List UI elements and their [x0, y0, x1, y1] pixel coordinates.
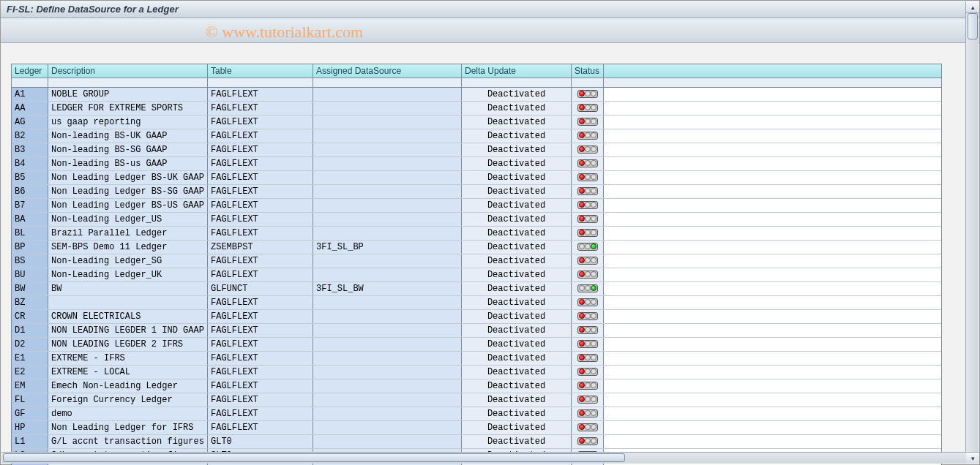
cell-datasource[interactable]	[313, 227, 462, 240]
cell-ledger[interactable]: AA	[12, 102, 48, 115]
col-header-delta[interactable]: Delta Update	[462, 64, 572, 78]
cell-table[interactable]: FAGLFLEXT	[208, 185, 313, 198]
cell-datasource[interactable]	[313, 366, 462, 379]
table-row[interactable]: BSNon-Leading Ledger_SGFAGLFLEXTDeactiva…	[12, 254, 941, 268]
cell-ledger[interactable]: EM	[12, 379, 48, 393]
cell-description[interactable]: SEM-BPS Demo 11 Ledger	[48, 241, 208, 254]
cell-table[interactable]: FAGLFLEXT	[208, 199, 313, 212]
cell-description[interactable]: us gaap reporting	[48, 116, 208, 129]
table-row[interactable]: BLBrazil Parallel LedgerFAGLFLEXTDeactiv…	[12, 227, 941, 241]
cell-table[interactable]: FAGLFLEXT	[208, 171, 313, 184]
cell-datasource[interactable]	[313, 393, 462, 407]
cell-datasource[interactable]	[313, 268, 462, 281]
cell-datasource[interactable]	[313, 338, 462, 351]
cell-table[interactable]: FAGLFLEXT	[208, 379, 313, 393]
cell-description[interactable]: Foreign Currency Ledger	[48, 393, 208, 407]
cell-datasource[interactable]	[313, 157, 462, 170]
cell-datasource[interactable]	[313, 213, 462, 226]
cell-ledger[interactable]: HP	[12, 421, 48, 434]
table-row[interactable]: GFdemoFAGLFLEXTDeactivated	[12, 407, 941, 421]
cell-datasource[interactable]	[313, 143, 462, 156]
cell-ledger[interactable]: B7	[12, 199, 48, 212]
table-row[interactable]: BPSEM-BPS Demo 11 LedgerZSEMBPST3FI_SL_B…	[12, 241, 941, 254]
cell-description[interactable]: demo	[48, 407, 208, 420]
cell-datasource[interactable]	[313, 171, 462, 184]
cell-datasource[interactable]	[313, 352, 462, 365]
cell-ledger[interactable]: AG	[12, 116, 48, 129]
table-row[interactable]: L1G/L accnt transaction figuresGLT0Deact…	[12, 435, 941, 449]
cell-datasource[interactable]	[313, 129, 462, 143]
cell-ledger[interactable]: B3	[12, 143, 48, 156]
cell-ledger[interactable]: L1	[12, 435, 48, 448]
cell-description[interactable]: G/L accnt transaction figures	[48, 435, 208, 448]
table-row[interactable]: BWBWGLFUNCT3FI_SL_BWDeactivated	[12, 282, 941, 296]
vertical-scroll-thumb[interactable]	[968, 13, 978, 39]
col-header-datasource[interactable]: Assigned DataSource	[313, 64, 462, 78]
table-row[interactable]: BANon-Leading Ledger_USFAGLFLEXTDeactiva…	[12, 213, 941, 227]
cell-description[interactable]: EXTREME - IFRS	[48, 352, 208, 365]
vertical-scrollbar[interactable]: ▴ ▾	[965, 1, 979, 464]
cell-description[interactable]: Non Leading Ledger BS-US GAAP	[48, 199, 208, 212]
table-row[interactable]: HPNon Leading Ledger for IFRSFAGLFLEXTDe…	[12, 421, 941, 435]
cell-table[interactable]: FAGLFLEXT	[208, 366, 313, 379]
cell-description[interactable]: Non-leading BS-us GAAP	[48, 157, 208, 170]
cell-table[interactable]: FAGLFLEXT	[208, 102, 313, 115]
cell-description[interactable]: Non-Leading Ledger_UK	[48, 268, 208, 281]
cell-table[interactable]: FAGLFLEXT	[208, 310, 313, 323]
cell-ledger[interactable]: B6	[12, 185, 48, 198]
cell-table[interactable]: FAGLFLEXT	[208, 324, 313, 337]
cell-table[interactable]: FAGLFLEXT	[208, 227, 313, 240]
table-row[interactable]: B2Non-leading BS-UK GAAPFAGLFLEXTDeactiv…	[12, 129, 941, 143]
col-header-description[interactable]: Description	[48, 64, 208, 78]
cell-datasource[interactable]: 3FI_SL_BW	[313, 282, 462, 295]
table-row[interactable]: A1NOBLE GROUPFAGLFLEXTDeactivated	[12, 88, 941, 102]
cell-table[interactable]: FAGLFLEXT	[208, 129, 313, 143]
cell-description[interactable]: NOBLE GROUP	[48, 88, 208, 101]
table-row[interactable]: D1NON LEADING LEGDER 1 IND GAAPFAGLFLEXT…	[12, 324, 941, 338]
cell-table[interactable]: FAGLFLEXT	[208, 296, 313, 309]
cell-ledger[interactable]: BA	[12, 213, 48, 226]
cell-datasource[interactable]	[313, 435, 462, 448]
cell-table[interactable]: GLFUNCT	[208, 282, 313, 295]
col-header-status[interactable]: Status	[572, 64, 604, 78]
cell-table[interactable]: FAGLFLEXT	[208, 254, 313, 268]
cell-datasource[interactable]: 3FI_SL_BP	[313, 241, 462, 254]
cell-table[interactable]: FAGLFLEXT	[208, 421, 313, 434]
table-row[interactable]: FLForeign Currency LedgerFAGLFLEXTDeacti…	[12, 393, 941, 407]
cell-datasource[interactable]	[313, 421, 462, 434]
cell-description[interactable]: Non-Leading Ledger_SG	[48, 254, 208, 268]
cell-description[interactable]: Non Leading Ledger for IFRS	[48, 421, 208, 434]
cell-datasource[interactable]	[313, 116, 462, 129]
table-row[interactable]: BZFAGLFLEXTDeactivated	[12, 296, 941, 310]
cell-table[interactable]: FAGLFLEXT	[208, 116, 313, 129]
cell-table[interactable]: FAGLFLEXT	[208, 157, 313, 170]
cell-ledger[interactable]: D1	[12, 324, 48, 337]
table-row[interactable]: B5Non Leading Ledger BS-UK GAAPFAGLFLEXT…	[12, 171, 941, 185]
cell-ledger[interactable]: FL	[12, 393, 48, 407]
cell-ledger[interactable]: B4	[12, 157, 48, 170]
cell-table[interactable]: FAGLFLEXT	[208, 268, 313, 281]
cell-datasource[interactable]	[313, 185, 462, 198]
cell-ledger[interactable]: D2	[12, 338, 48, 351]
cell-description[interactable]: NON LEADING LEGDER 1 IND GAAP	[48, 324, 208, 337]
cell-description[interactable]: Non-leading BS-SG GAAP	[48, 143, 208, 156]
cell-datasource[interactable]	[313, 379, 462, 393]
horizontal-scrollbar[interactable]	[1, 452, 966, 464]
cell-table[interactable]: FAGLFLEXT	[208, 88, 313, 101]
table-row[interactable]: D2NON LEADING LEGDER 2 IFRSFAGLFLEXTDeac…	[12, 338, 941, 352]
cell-table[interactable]: FAGLFLEXT	[208, 143, 313, 156]
cell-description[interactable]: Non-leading BS-UK GAAP	[48, 129, 208, 143]
cell-datasource[interactable]	[313, 296, 462, 309]
cell-ledger[interactable]: E1	[12, 352, 48, 365]
cell-description[interactable]: Emech Non-Leading Ledger	[48, 379, 208, 393]
cell-table[interactable]: GLT0	[208, 435, 313, 448]
cell-table[interactable]: FAGLFLEXT	[208, 338, 313, 351]
table-row[interactable]: CRCROWN ELECTRICALSFAGLFLEXTDeactivated	[12, 310, 941, 324]
cell-description[interactable]: BW	[48, 282, 208, 295]
cell-ledger[interactable]: BL	[12, 227, 48, 240]
cell-datasource[interactable]	[313, 407, 462, 420]
table-row[interactable]: E1EXTREME - IFRSFAGLFLEXTDeactivated	[12, 352, 941, 366]
cell-description[interactable]: Non-Leading Ledger_US	[48, 213, 208, 226]
cell-datasource[interactable]	[313, 310, 462, 323]
cell-ledger[interactable]: GF	[12, 407, 48, 420]
